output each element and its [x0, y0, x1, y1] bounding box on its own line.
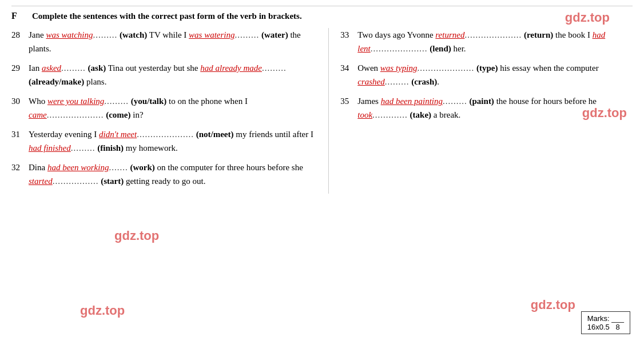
marks-label: Marks:	[587, 314, 610, 323]
item-number-34: 34	[340, 61, 353, 89]
verb-35a: (paint)	[470, 97, 494, 106]
answer-31b: had finished	[29, 143, 71, 153]
exercise-item-32: 32 Dina had been working....... (work) o…	[11, 161, 317, 188]
item-text-31: Yesterday evening I didn't meet.........…	[29, 127, 317, 155]
verb-33a: (return)	[524, 30, 553, 39]
verb-33b: (lend)	[430, 44, 451, 53]
exercise-item-31: 31 Yesterday evening I didn't meet......…	[11, 127, 317, 155]
exercise-item-28: 28 Jane was watching......... (watch) TV…	[11, 28, 317, 55]
section-header: F Complete the sentences with the correc…	[11, 6, 633, 21]
verb-31a: (not/meet)	[196, 130, 234, 139]
item-number-29: 29	[11, 61, 24, 89]
answer-32a: had been working	[47, 163, 109, 172]
marks-multiplier: 16x0.5	[587, 323, 610, 331]
right-column: 33 Two days ago Yvonne returned.........…	[329, 28, 633, 194]
item-text-33: Two days ago Yvonne returned............…	[357, 28, 633, 55]
watermark-5: gdz.top	[80, 303, 125, 318]
verb-30a: (you/talk)	[131, 97, 167, 106]
answer-30a: were you talking	[47, 97, 104, 106]
section-letter: F	[11, 11, 23, 21]
verb-35b: (take)	[410, 110, 432, 119]
item-number-35: 35	[340, 94, 353, 122]
verb-34a: (type)	[476, 63, 498, 73]
item-text-32: Dina had been working....... (work) on t…	[29, 161, 317, 188]
left-column: 28 Jane was watching......... (watch) TV…	[11, 28, 329, 194]
verb-28b: (water)	[261, 30, 288, 39]
marks-score: ___	[611, 314, 624, 323]
answer-34a: was typing	[380, 63, 418, 73]
answer-35a: had been painting	[381, 97, 443, 106]
item-number-28: 28	[11, 28, 24, 55]
answer-28b: was watering	[189, 30, 234, 39]
verb-28a: (watch)	[120, 30, 147, 39]
marks-box: Marks: ___ 16x0.5 8	[581, 311, 630, 334]
answer-30b: came	[29, 110, 47, 119]
verb-29a: (ask)	[88, 63, 106, 73]
section-instruction: Complete the sentences with the correct …	[32, 11, 302, 21]
answer-31a: didn't meet	[99, 130, 137, 139]
answer-28a: was watching	[46, 30, 93, 39]
exercise-item-29: 29 Ian asked......... (ask) Tina out yes…	[11, 61, 317, 89]
exercise-item-30: 30 Who were you talking......... (you/ta…	[11, 94, 317, 122]
item-number-31: 31	[11, 127, 24, 155]
answer-35b: took	[357, 110, 372, 119]
verb-32a: (work)	[130, 163, 154, 172]
item-number-32: 32	[11, 161, 24, 188]
item-number-33: 33	[340, 28, 353, 55]
item-text-28: Jane was watching......... (watch) TV wh…	[29, 28, 317, 55]
verb-32b: (start)	[101, 176, 124, 186]
answer-33a: returned	[435, 30, 464, 39]
verb-30b: (come)	[106, 110, 130, 119]
verb-29b: (already/make)	[29, 77, 84, 86]
exercise-item-34: 34 Owen was typing..................... …	[340, 61, 633, 89]
item-text-30: Who were you talking......... (you/talk)…	[29, 94, 317, 122]
answer-34b: crashed	[357, 77, 385, 86]
exercise-item-35: 35 James had been painting......... (pai…	[340, 94, 633, 122]
columns-wrapper: 28 Jane was watching......... (watch) TV…	[11, 28, 633, 194]
item-text-34: Owen was typing..................... (ty…	[357, 61, 633, 89]
verb-31b: (finish)	[97, 143, 124, 153]
item-text-35: James had been painting......... (paint)…	[357, 94, 633, 122]
item-text-29: Ian asked......... (ask) Tina out yester…	[29, 61, 317, 89]
page-container: gdz.top gdz.top gdz.top gdz.top F Comple…	[0, 0, 644, 341]
answer-29b: had already made	[200, 63, 262, 73]
answer-29a: asked	[42, 63, 61, 73]
verb-34b: (crash)	[411, 77, 437, 86]
marks-total: 8	[616, 323, 620, 331]
exercise-item-33: 33 Two days ago Yvonne returned.........…	[340, 28, 633, 55]
watermark-4: gdz.top	[531, 298, 575, 312]
answer-32b: started	[29, 176, 53, 186]
watermark-3: gdz.top	[114, 228, 159, 243]
item-number-30: 30	[11, 94, 24, 122]
